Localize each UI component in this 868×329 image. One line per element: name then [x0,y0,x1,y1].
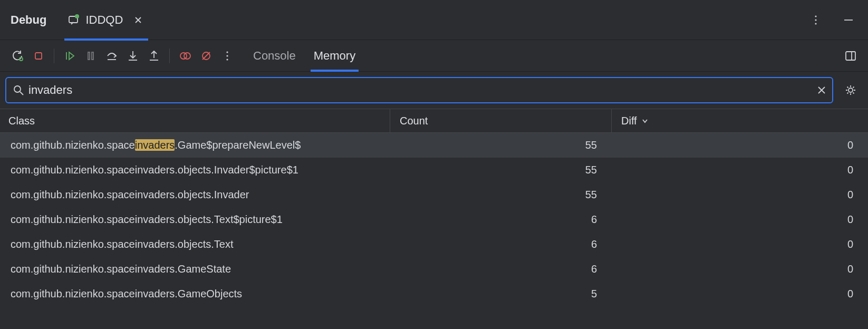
window-title: Debug [11,13,46,27]
stop-icon[interactable] [30,47,47,65]
svg-point-19 [226,51,228,53]
step-out-icon[interactable] [145,47,163,65]
diff-cell: 0 [612,189,868,201]
class-name-cell: com.github.nizienko.spaceinvaders.object… [0,214,390,226]
tab-console-label: Console [253,49,296,63]
table-row[interactable]: com.github.nizienko.spaceinvaders.Game$p… [0,133,868,158]
table-row[interactable]: com.github.nizienko.spaceinvaders.object… [0,207,868,232]
close-tab-icon[interactable] [134,16,142,24]
class-search-input[interactable] [24,83,817,97]
table-row[interactable]: com.github.nizienko.spaceinvaders.object… [0,232,868,257]
table-row[interactable]: com.github.nizienko.spaceinvaders.object… [0,158,868,182]
tab-console[interactable]: Console [253,40,296,72]
svg-point-20 [226,55,228,56]
count-cell: 6 [390,263,612,275]
tab-memory-label: Memory [314,49,355,63]
memory-table-body: com.github.nizienko.spaceinvaders.Game$p… [0,133,868,306]
svg-rect-9 [92,52,93,60]
separator [169,49,170,63]
svg-point-4 [815,23,816,24]
header-count-label: Count [400,115,428,127]
separator [54,49,54,63]
tab-memory[interactable]: Memory [314,40,355,72]
view-tabs: Console Memory [253,40,355,72]
class-name-cell: com.github.nizienko.spaceinvaders.Game$p… [0,139,390,151]
titlebar: Debug IDDQD [0,0,868,40]
pause-icon[interactable] [82,47,100,65]
svg-point-26 [848,88,853,92]
svg-point-24 [14,86,21,92]
search-icon [13,84,24,96]
class-name-cell: com.github.nizienko.spaceinvaders.object… [0,164,390,176]
count-cell: 55 [390,164,612,176]
svg-rect-7 [35,53,42,59]
svg-point-2 [815,15,816,17]
resume-icon[interactable] [61,47,79,65]
diff-cell: 0 [612,238,868,250]
run-config-tab[interactable]: IDDQD [67,0,145,40]
clear-search-icon[interactable] [817,86,826,94]
view-breakpoints-icon[interactable] [176,47,194,65]
svg-point-1 [75,14,79,18]
class-name-cell: com.github.nizienko.spaceinvaders.object… [0,189,390,201]
svg-rect-22 [846,52,855,60]
header-count[interactable]: Count [390,109,612,132]
more-icon[interactable] [807,11,825,29]
run-config-label: IDDQD [85,13,123,27]
diff-cell: 0 [612,214,868,226]
header-class[interactable]: Class [0,109,390,132]
titlebar-actions [807,11,857,29]
diff-cell: 0 [612,263,868,275]
step-over-icon[interactable] [103,47,121,65]
svg-point-3 [815,19,816,21]
chevron-down-icon [641,117,649,124]
count-cell: 55 [390,189,612,201]
table-row[interactable]: com.github.nizienko.spaceinvaders.object… [0,182,868,207]
header-diff[interactable]: Diff [612,115,868,127]
svg-point-16 [184,53,190,59]
count-cell: 6 [390,238,612,250]
table-row[interactable]: com.github.nizienko.spaceinvaders.GameOb… [0,282,868,306]
class-name-cell: com.github.nizienko.spaceinvaders.object… [0,238,390,250]
diff-cell: 0 [612,164,868,176]
run-config-icon [67,14,80,26]
rerun-icon[interactable] [8,47,26,65]
minimize-icon[interactable] [840,11,857,29]
class-search-box[interactable] [5,77,833,103]
header-diff-label: Diff [621,115,637,127]
svg-rect-8 [88,52,90,60]
mute-breakpoints-icon[interactable] [197,47,215,65]
diff-cell: 0 [612,139,868,151]
class-name-cell: com.github.nizienko.spaceinvaders.GameOb… [0,288,390,300]
svg-point-15 [180,53,187,59]
debug-toolbar: Console Memory [0,40,868,72]
table-row[interactable]: com.github.nizienko.spaceinvaders.GameSt… [0,257,868,282]
step-into-icon[interactable] [124,47,142,65]
svg-line-25 [20,92,23,95]
more-actions-icon[interactable] [218,47,236,65]
count-cell: 5 [390,288,612,300]
count-cell: 6 [390,214,612,226]
diff-cell: 0 [612,288,868,300]
class-name-cell: com.github.nizienko.spaceinvaders.GameSt… [0,263,390,275]
header-class-label: Class [8,115,35,127]
memory-table-header: Class Count Diff [0,109,868,133]
memory-settings-icon[interactable] [842,81,860,99]
count-cell: 55 [390,139,612,151]
svg-point-21 [226,59,228,60]
layout-settings-icon[interactable] [842,47,860,65]
memory-search-row [0,72,868,109]
